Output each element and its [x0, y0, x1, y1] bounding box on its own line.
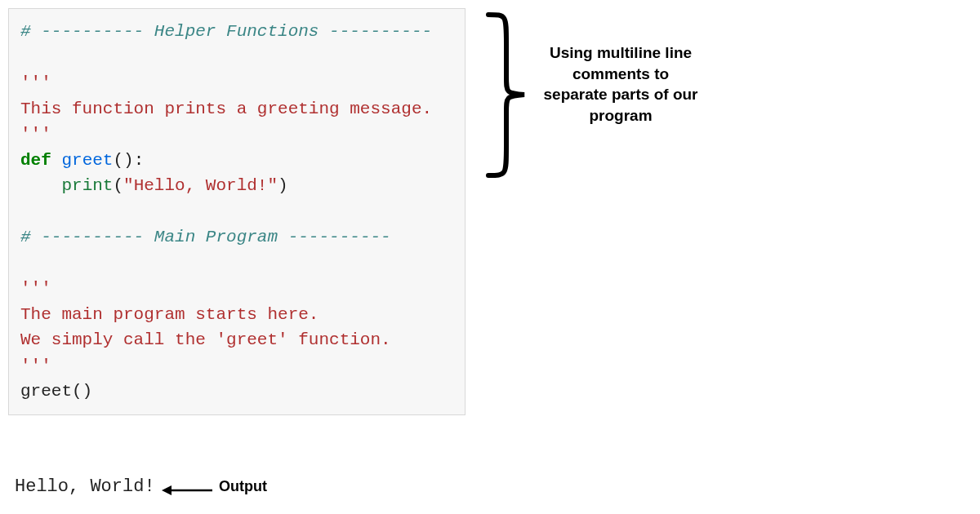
def-keyword: def — [20, 151, 51, 170]
docstring-open-1: ''' — [20, 73, 51, 92]
svg-marker-1 — [162, 485, 172, 495]
docstring-close-2: ''' — [20, 357, 51, 375]
function-call-name: greet — [20, 382, 72, 401]
docstring-body-2a: The main program starts here. — [20, 305, 318, 324]
print-builtin: print — [61, 176, 113, 195]
hello-string: "Hello, World!" — [123, 176, 278, 195]
function-name-def: greet — [61, 151, 113, 170]
output-label: Output — [219, 478, 267, 495]
arrow-left-icon — [162, 485, 212, 486]
docstring-body-1: This function prints a greeting message. — [20, 100, 432, 118]
output-text: Hello, World! — [15, 476, 155, 497]
call-parens: () — [72, 382, 92, 401]
docstring-close-1: ''' — [20, 125, 51, 144]
def-parens: (): — [113, 151, 144, 170]
code-block: # ---------- Helper Functions ----------… — [8, 8, 466, 415]
curly-brace-icon — [482, 11, 531, 179]
section-comment-1: # ---------- Helper Functions ---------- — [20, 22, 432, 41]
docstring-body-2b: We simply call the 'greet' function. — [20, 330, 391, 349]
annotation-text: Using multiline line comments to separat… — [539, 42, 702, 126]
section-comment-2: # ---------- Main Program ---------- — [20, 228, 391, 246]
docstring-open-2: ''' — [20, 279, 51, 298]
